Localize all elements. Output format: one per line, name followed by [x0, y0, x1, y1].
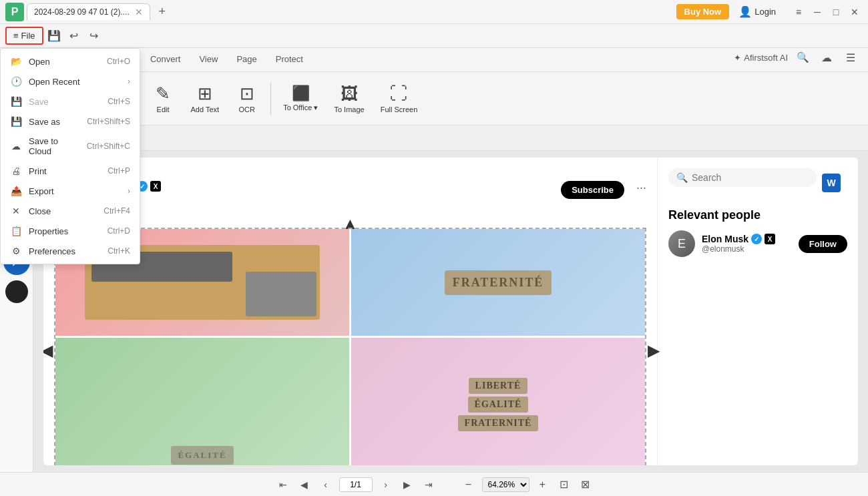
ai-label: Afirstsoft AI	[744, 53, 788, 63]
close-shortcut: Ctrl+F4	[103, 206, 130, 216]
doc-canvas: 📍 Popular in your area E Elon Musk ✓ X	[33, 151, 868, 472]
login-button[interactable]: 👤 Login	[733, 3, 781, 21]
relevant-person-info: Elon Musk ✓ X @elonmusk	[702, 234, 792, 254]
title-bar-right: Buy Now 👤 Login ≡ ─ □ ✕	[676, 3, 863, 21]
save-menu-icon: 💾	[10, 96, 22, 107]
menu-item-properties[interactable]: 📋 Properties Ctrl+D	[1, 221, 140, 241]
sidebar-color-circle[interactable]	[5, 280, 28, 303]
redo-button[interactable]: ↪	[85, 27, 103, 45]
zoom-in-button[interactable]: +	[535, 477, 551, 493]
export-arrow: ›	[128, 186, 130, 196]
tab-protect[interactable]: Protect	[266, 50, 312, 69]
save-as-icon: 💾	[10, 116, 22, 127]
preferences-shortcut: Ctrl+K	[107, 246, 130, 256]
close-label: Close	[29, 206, 97, 216]
prev-page-button[interactable]: ◀	[296, 477, 312, 493]
export-label: Export	[29, 186, 121, 196]
menu-item-close[interactable]: ✕ Close Ctrl+F4	[1, 201, 140, 221]
save-icon-button[interactable]: 💾	[45, 27, 63, 45]
buy-now-button[interactable]: Buy Now	[676, 4, 730, 19]
next-page-button[interactable]: ▶	[399, 477, 415, 493]
follow-button[interactable]: Follow	[799, 235, 847, 253]
menu-bar: ≡ File 💾 ↩ ↪	[0, 24, 868, 48]
next-button[interactable]: ›	[378, 477, 394, 493]
fit-width-button[interactable]: ⊠	[578, 477, 594, 493]
menu-item-open[interactable]: 📂 Open Ctrl+O	[1, 51, 140, 71]
first-page-button[interactable]: ⇤	[275, 477, 291, 493]
document-tab[interactable]: 2024-08-29 09 47 01 (2).... ✕	[27, 3, 150, 20]
print-shortcut: Ctrl+P	[107, 166, 130, 176]
global-search-button[interactable]: 🔍	[793, 48, 812, 67]
add-text-icon: ⊞	[198, 83, 212, 104]
print-label: Print	[29, 166, 101, 176]
subscribe-button[interactable]: Subscribe	[561, 181, 624, 199]
ai-button[interactable]: ✦ Afirstsoft AI	[734, 53, 788, 63]
edit-tool-button[interactable]: ✎ Edit	[145, 81, 182, 116]
prev-button[interactable]: ‹	[318, 477, 334, 493]
new-tab-button[interactable]: +	[153, 3, 172, 21]
menu-item-save-as[interactable]: 💾 Save as Ctrl+Shift+S	[1, 111, 140, 132]
file-label: File	[21, 31, 35, 41]
tab-convert[interactable]: Convert	[141, 50, 190, 69]
menu-item-save-to-cloud[interactable]: ☁ Save to Cloud Ctrl+Shift+C	[1, 132, 140, 161]
search-box-icon: 🔍	[676, 172, 688, 183]
hamburger-button[interactable]: ≡	[791, 4, 807, 20]
export-icon: 📤	[10, 186, 22, 196]
doc-nav: ← Post	[33, 126, 868, 151]
add-text-tool-button[interactable]: ⊞ Add Text	[184, 81, 226, 116]
preferences-label: Preferences	[29, 246, 101, 256]
ocr-tool-button[interactable]: ⊡ OCR	[228, 81, 265, 116]
tab-page[interactable]: Page	[227, 50, 266, 69]
menu-item-open-recent[interactable]: 🕐 Open Recent ›	[1, 71, 140, 91]
menu-item-save: 💾 Save Ctrl+S	[1, 91, 140, 111]
cloud-button[interactable]: ☁	[817, 48, 836, 67]
minimize-button[interactable]: ─	[809, 4, 825, 20]
close-tab-button[interactable]: ✕	[135, 7, 143, 17]
to-image-tool-button[interactable]: 🖼 To Image	[327, 81, 371, 116]
relevant-person-avatar: E	[668, 230, 695, 257]
to-office-icon: ⬛	[292, 85, 310, 102]
file-menu-button[interactable]: ≡ File	[5, 27, 43, 45]
save-label: Save	[29, 97, 101, 107]
maximize-button[interactable]: □	[828, 4, 844, 20]
ai-icon: ✦	[734, 53, 741, 63]
undo-button[interactable]: ↩	[65, 27, 83, 45]
zoom-select[interactable]: 64.26% 50% 75% 100% 125% 150%	[482, 477, 529, 492]
search-input[interactable]	[692, 172, 809, 183]
close-window-button[interactable]: ✕	[847, 4, 863, 20]
save-cloud-shortcut: Ctrl+Shift+C	[87, 142, 130, 151]
image-cell-3: ÉGALITÉ	[55, 338, 349, 465]
full-screen-icon: ⛶	[390, 83, 407, 104]
settings-button[interactable]: ☰	[841, 48, 860, 67]
fit-page-button[interactable]: ⊡	[556, 477, 572, 493]
save-cloud-icon: ☁	[10, 141, 22, 152]
menu-item-export[interactable]: 📤 Export ›	[1, 181, 140, 201]
tab-view[interactable]: View	[190, 50, 227, 69]
page-input[interactable]	[339, 477, 373, 492]
relevant-person: E Elon Musk ✓ X @elonmusk Follow	[668, 230, 847, 257]
relevant-verified-badge: ✓	[751, 234, 762, 244]
full-screen-label: Full Screen	[381, 105, 418, 113]
properties-icon: 📋	[10, 226, 22, 236]
right-panel: 🔍 W Relevant people E	[658, 158, 858, 465]
open-label: Open	[29, 57, 100, 67]
last-page-button[interactable]: ⇥	[421, 477, 437, 493]
open-recent-label: Open Recent	[29, 77, 121, 87]
toolbar-icons: 💾 ↩ ↪	[45, 27, 103, 45]
post-image-container: ▲	[54, 228, 646, 465]
menu-item-print[interactable]: 🖨 Print Ctrl+P	[1, 161, 140, 181]
print-icon: 🖨	[10, 166, 22, 176]
full-screen-tool-button[interactable]: ⛶ Full Screen	[374, 81, 425, 116]
x-badge: X	[150, 181, 161, 192]
title-bar: P 2024-08-29 09 47 01 (2).... ✕ + Buy No…	[0, 0, 868, 24]
menu-item-preferences[interactable]: ⚙ Preferences Ctrl+K	[1, 241, 140, 261]
arrow-right-icon: ▶	[648, 341, 660, 360]
relevant-x-badge: X	[765, 234, 775, 244]
to-office-tool-button[interactable]: ⬛ To Office ▾	[276, 82, 324, 115]
twitter-content: 📍 Popular in your area E Elon Musk ✓ X	[43, 158, 858, 465]
to-image-icon: 🖼	[341, 83, 358, 104]
more-options-button[interactable]: ···	[636, 181, 646, 195]
zoom-out-button[interactable]: −	[461, 477, 477, 493]
menu-icon: ≡	[13, 31, 19, 41]
relevant-person-handle: @elonmusk	[702, 244, 792, 254]
